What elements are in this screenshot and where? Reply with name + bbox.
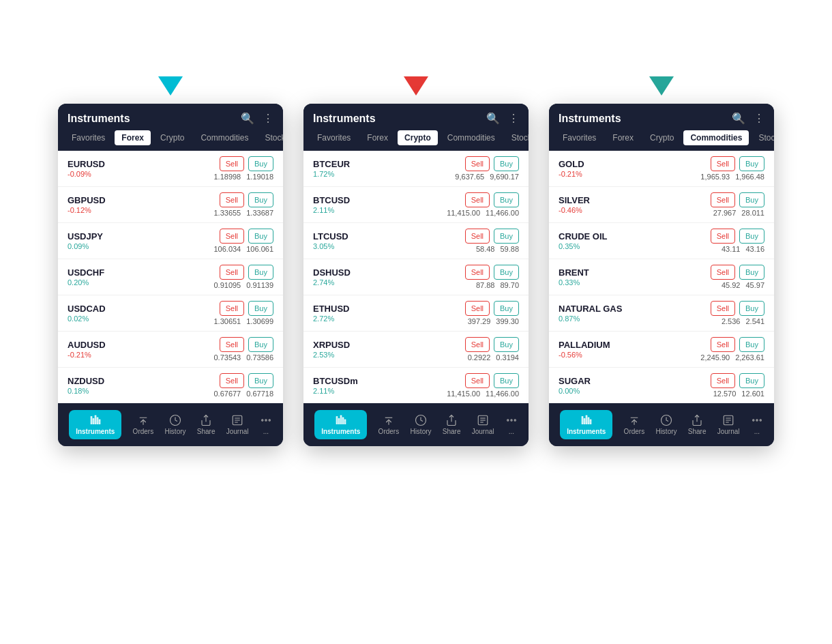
sell-button[interactable]: Sell [465, 337, 490, 352]
sell-button[interactable]: Sell [465, 192, 490, 207]
sell-button[interactable]: Sell [711, 229, 735, 244]
tab-crypto[interactable]: Crypto [643, 130, 681, 145]
menu-icon[interactable]: ⋮ [754, 112, 764, 125]
footer-item-instruments[interactable]: Instruments [560, 410, 612, 439]
sell-button[interactable]: Sell [220, 192, 244, 207]
footer-item-journal[interactable]: Journal [226, 414, 249, 435]
buy-button[interactable]: Buy [739, 337, 764, 352]
sell-button[interactable]: Sell [711, 156, 735, 171]
footer-label-instruments: Instruments [321, 428, 360, 435]
sell-button[interactable]: Sell [711, 192, 735, 207]
tab-crypto[interactable]: Crypto [153, 130, 191, 145]
tab-forex[interactable]: Forex [115, 130, 151, 145]
footer-item-share[interactable]: Share [443, 414, 461, 435]
tab-stocks[interactable]: Stocks [752, 130, 774, 145]
sell-button[interactable]: Sell [711, 373, 735, 388]
btn-group: SellBuy [220, 156, 273, 171]
instrument-change: 0.20% [68, 278, 213, 287]
sell-button[interactable]: Sell [220, 301, 244, 316]
buy-button[interactable]: Buy [494, 301, 519, 316]
tab-crypto[interactable]: Crypto [398, 130, 438, 145]
footer-item-journal[interactable]: Journal [472, 414, 494, 435]
tab-forex[interactable]: Forex [360, 130, 395, 145]
buy-price: 59.88 [500, 245, 519, 253]
buy-button[interactable]: Buy [494, 265, 519, 280]
footer-item-...[interactable]: ... [505, 414, 518, 435]
buy-button[interactable]: Buy [739, 229, 764, 244]
sell-button[interactable]: Sell [711, 265, 735, 280]
tab-commodities[interactable]: Commodities [194, 130, 255, 145]
footer-item-share[interactable]: Share [197, 414, 216, 435]
buy-price: 11,466.00 [486, 209, 519, 217]
sell-button[interactable]: Sell [220, 156, 244, 171]
footer-item-...[interactable]: ... [260, 414, 272, 435]
buy-button[interactable]: Buy [248, 301, 273, 316]
sell-button[interactable]: Sell [220, 229, 244, 244]
buy-button[interactable]: Buy [248, 265, 273, 280]
footer-item-share[interactable]: Share [688, 414, 707, 435]
buy-price: 1.19018 [246, 173, 273, 181]
buy-button[interactable]: Buy [248, 156, 273, 171]
menu-icon[interactable]: ⋮ [508, 112, 519, 125]
buy-button[interactable]: Buy [248, 192, 273, 207]
tab-stocks[interactable]: Stocks [258, 130, 283, 145]
search-icon[interactable]: 🔍 [486, 112, 500, 125]
footer-item-history[interactable]: History [655, 414, 677, 435]
buy-price: 0.91139 [246, 281, 273, 289]
footer-item-journal[interactable]: Journal [717, 414, 740, 435]
footer-item-orders[interactable]: Orders [624, 414, 645, 435]
sell-button[interactable]: Sell [711, 301, 735, 316]
footer-item-history[interactable]: History [410, 414, 431, 435]
tab-favorites[interactable]: Favorites [556, 130, 603, 145]
footer-item-orders[interactable]: Orders [133, 414, 154, 435]
instrument-right: SellBuy 1.33655 1.33687 [213, 192, 273, 217]
instrument-right: SellBuy 106.034 106.061 [213, 229, 273, 253]
buy-button[interactable]: Buy [248, 337, 273, 352]
sell-button[interactable]: Sell [220, 265, 244, 280]
tab-commodities[interactable]: Commodities [441, 130, 502, 145]
price-row: 9,637.65 9,690.17 [455, 173, 519, 181]
sell-button[interactable]: Sell [220, 373, 244, 388]
buy-button[interactable]: Buy [739, 156, 764, 171]
menu-icon[interactable]: ⋮ [263, 112, 273, 125]
buy-button[interactable]: Buy [494, 337, 519, 352]
instrument-row: XRPUSD 2.53% SellBuy 0.2922 0.3194 [303, 332, 529, 368]
sell-button[interactable]: Sell [465, 265, 490, 280]
buy-button[interactable]: Buy [739, 265, 764, 280]
buy-button[interactable]: Buy [494, 156, 519, 171]
sell-button[interactable]: Sell [220, 337, 244, 352]
buy-button[interactable]: Buy [494, 229, 519, 244]
buy-button[interactable]: Buy [248, 373, 273, 388]
footer-item-orders[interactable]: Orders [378, 414, 400, 435]
sell-button[interactable]: Sell [465, 373, 490, 388]
buy-button[interactable]: Buy [494, 373, 519, 388]
sell-button[interactable]: Sell [465, 301, 490, 316]
footer-item-history[interactable]: History [164, 414, 185, 435]
tab-stocks[interactable]: Stocks [505, 130, 529, 145]
sell-button[interactable]: Sell [465, 156, 490, 171]
tab-favorites[interactable]: Favorites [310, 130, 357, 145]
tab-forex[interactable]: Forex [606, 130, 640, 145]
buy-button[interactable]: Buy [739, 301, 764, 316]
tab-favorites[interactable]: Favorites [65, 130, 112, 145]
instrument-right: SellBuy 2.536 2.541 [711, 301, 764, 325]
sell-price: 43.11 [722, 245, 741, 253]
search-icon[interactable]: 🔍 [732, 112, 745, 125]
footer-item-instruments[interactable]: Instruments [69, 410, 121, 439]
buy-button[interactable]: Buy [494, 192, 519, 207]
search-icon[interactable]: 🔍 [241, 112, 254, 125]
footer-item-...[interactable]: ... [751, 414, 763, 435]
buy-button[interactable]: Buy [739, 373, 764, 388]
buy-button[interactable]: Buy [248, 229, 273, 244]
buy-button[interactable]: Buy [739, 192, 764, 207]
sell-price: 2,245.90 [700, 353, 730, 362]
svg-rect-4 [99, 420, 100, 424]
instrument-info: NZDUSD 0.18% [68, 376, 213, 395]
footer-item-instruments[interactable]: Instruments [314, 410, 367, 439]
sell-price: 87.88 [476, 281, 495, 289]
sell-button[interactable]: Sell [711, 337, 735, 352]
sell-button[interactable]: Sell [465, 229, 490, 244]
tab-commodities[interactable]: Commodities [683, 130, 749, 145]
instrument-name: XRPUSD [313, 340, 465, 350]
sell-price: 1,965.93 [700, 173, 730, 181]
